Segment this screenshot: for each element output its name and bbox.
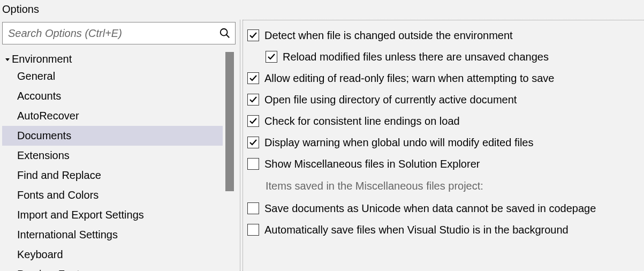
setting-label: Reload modified files unless there are u… — [283, 48, 549, 65]
tree-group-label: Environment — [12, 53, 72, 65]
checkbox-icon[interactable] — [247, 137, 259, 148]
tree-item-general[interactable]: General — [2, 66, 223, 86]
setting-label: Automatically save files when Visual Stu… — [264, 221, 569, 238]
setting-global-undo[interactable]: Display warning when global undo will mo… — [247, 132, 642, 153]
setting-line-endings[interactable]: Check for consistent line endings on loa… — [247, 110, 642, 132]
tree-scrollbar[interactable] — [224, 52, 236, 271]
left-pane: Environment General Accounts AutoRecover… — [0, 20, 240, 271]
tree-item-fonts-colors[interactable]: Fonts and Colors — [2, 185, 223, 205]
setting-label: Save documents as Unicode when data cann… — [264, 200, 596, 217]
settings-panel: Detect when file is changed outside the … — [243, 20, 644, 271]
setting-label: Open file using directory of currently a… — [264, 91, 517, 108]
search-input[interactable] — [8, 27, 219, 40]
tree-item-documents[interactable]: Documents — [2, 126, 223, 146]
tree-item-extensions[interactable]: Extensions — [2, 146, 223, 165]
tree-item-import-export[interactable]: Import and Export Settings — [2, 205, 223, 225]
checkbox-icon[interactable] — [247, 224, 259, 236]
setting-label: Allow editing of read-only files; warn w… — [264, 70, 554, 87]
checkbox-icon[interactable] — [247, 72, 259, 84]
collapse-arrow-icon — [4, 57, 11, 62]
setting-label: Detect when file is changed outside the … — [264, 27, 513, 44]
checkbox-icon[interactable] — [247, 115, 259, 127]
tree-group-environment[interactable]: Environment — [2, 52, 223, 66]
tree-item-accounts[interactable]: Accounts — [2, 86, 223, 106]
setting-auto-save-bg[interactable]: Automatically save files when Visual Stu… — [247, 219, 642, 240]
search-icon[interactable] — [219, 27, 231, 39]
options-tree[interactable]: Environment General Accounts AutoRecover… — [2, 52, 223, 271]
setting-open-directory[interactable]: Open file using directory of currently a… — [247, 89, 642, 110]
checkbox-icon[interactable] — [247, 29, 259, 41]
svg-line-1 — [226, 35, 230, 38]
tree-item-preview-features[interactable]: Preview Features — [2, 265, 223, 271]
content-area: Environment General Accounts AutoRecover… — [0, 20, 644, 271]
tree-item-keyboard[interactable]: Keyboard — [2, 245, 223, 265]
setting-reload-modified[interactable]: Reload modified files unless there are u… — [247, 46, 642, 67]
tree-item-autorecover[interactable]: AutoRecover — [2, 106, 223, 126]
checkbox-icon[interactable] — [247, 94, 259, 106]
svg-marker-2 — [5, 58, 10, 61]
splitter[interactable] — [240, 20, 243, 271]
setting-label: Show Miscellaneous files in Solution Exp… — [264, 155, 480, 172]
svg-point-0 — [221, 29, 228, 36]
tree-wrap: Environment General Accounts AutoRecover… — [2, 52, 236, 271]
tree-item-international[interactable]: International Settings — [2, 225, 223, 245]
options-window: Options Environment — [0, 0, 644, 271]
tree-item-find-replace[interactable]: Find and Replace — [2, 165, 223, 185]
setting-save-unicode[interactable]: Save documents as Unicode when data cann… — [247, 198, 642, 219]
checkbox-icon[interactable] — [266, 51, 277, 63]
checkbox-icon[interactable] — [247, 158, 259, 170]
setting-label: Check for consistent line endings on loa… — [264, 112, 460, 130]
setting-label: Display warning when global undo will mo… — [264, 134, 534, 151]
window-title: Options — [0, 0, 644, 20]
search-field[interactable] — [2, 22, 236, 44]
setting-show-misc[interactable]: Show Miscellaneous files in Solution Exp… — [247, 153, 642, 175]
scrollbar-thumb[interactable] — [225, 52, 234, 191]
misc-sublabel: Items saved in the Miscellaneous files p… — [247, 175, 642, 198]
setting-detect-changed[interactable]: Detect when file is changed outside the … — [247, 25, 642, 46]
setting-allow-readonly[interactable]: Allow editing of read-only files; warn w… — [247, 67, 642, 89]
checkbox-icon[interactable] — [247, 202, 259, 214]
